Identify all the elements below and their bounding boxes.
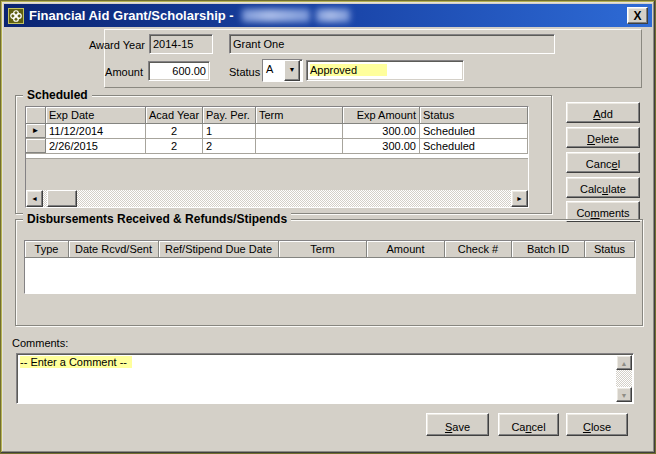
- comment-placeholder-highlight: -- Enter a Comment --: [20, 356, 132, 368]
- col-date-rcvd-sent: Date Rcvd/Sent: [69, 241, 159, 258]
- col-status: Status: [585, 241, 635, 258]
- cell-status[interactable]: Scheduled: [420, 124, 528, 138]
- label-part: D: [587, 133, 595, 145]
- disbursements-grid: Type Date Rcvd/Sent Ref/Stipend Due Date…: [24, 240, 636, 294]
- arrow-left-icon: ◄: [31, 195, 38, 202]
- scroll-up-button[interactable]: ▲: [616, 355, 632, 370]
- scheduled-grid-header: Exp Date Acad Year Pay. Per. Term Exp Am…: [26, 107, 528, 124]
- col-term: Term: [279, 241, 367, 258]
- cell-exp-date[interactable]: 2/26/2015: [46, 139, 146, 153]
- current-row-marker-icon: ►: [32, 126, 40, 135]
- comments-label: Comments:: [12, 337, 68, 349]
- label-part: Co: [576, 207, 590, 219]
- label-part: Ca: [511, 421, 525, 433]
- status-text-field[interactable]: Approved: [306, 60, 464, 81]
- scroll-left-button[interactable]: ◄: [26, 190, 43, 207]
- scheduled-grid: Exp Date Acad Year Pay. Per. Term Exp Am…: [25, 106, 529, 208]
- add-button[interactable]: Add: [566, 102, 640, 123]
- delete-button[interactable]: Delete: [566, 127, 640, 148]
- scrollbar-thumb[interactable]: [47, 190, 77, 207]
- scrollbar-track[interactable]: [616, 370, 632, 387]
- close-button[interactable]: X: [627, 7, 648, 24]
- status-text-highlight: Approved: [310, 64, 387, 76]
- col-amount: Amount: [367, 241, 445, 258]
- label-part: m: [590, 207, 599, 219]
- cell-term[interactable]: [256, 139, 343, 153]
- label-part: A: [593, 108, 600, 120]
- app-knot-icon: [8, 8, 24, 24]
- cancel-button[interactable]: Cancel: [498, 413, 559, 436]
- col-exp-amount: Exp Amount: [343, 107, 420, 124]
- cell-exp-amount[interactable]: 300.00: [343, 139, 420, 153]
- label-part: lose: [591, 421, 611, 433]
- col-term: Term: [256, 107, 343, 124]
- table-row[interactable]: 2/26/2015 2 2 300.00 Scheduled: [26, 139, 528, 154]
- close-dialog-button[interactable]: Close: [566, 413, 628, 436]
- financial-aid-dialog: Financial Aid Grant/Scholarship - X Awar…: [0, 0, 656, 454]
- window-title: Financial Aid Grant/Scholarship -: [29, 8, 234, 23]
- amount-field[interactable]: 600.00: [148, 61, 210, 81]
- arrow-down-icon: ▼: [621, 392, 628, 399]
- cell-acad-year[interactable]: 2: [146, 139, 203, 153]
- status-label: Status: [229, 66, 260, 78]
- row-selector-cell[interactable]: [26, 139, 46, 153]
- label-part: dd: [601, 108, 613, 120]
- redaction-blob: [316, 9, 350, 22]
- redacted-student-name: [242, 9, 350, 22]
- status-combo-value[interactable]: A: [263, 60, 284, 81]
- amount-label: Amount: [61, 66, 143, 78]
- cell-pay-per[interactable]: 1: [203, 124, 256, 138]
- col-acad-year: Acad Year: [146, 107, 203, 124]
- col-type: Type: [25, 241, 69, 258]
- scrollbar-track[interactable]: [43, 190, 511, 207]
- col-status: Status: [420, 107, 528, 124]
- calculate-button[interactable]: Calculate: [566, 177, 640, 198]
- grid-empty-area: [26, 159, 528, 190]
- cell-status[interactable]: Scheduled: [420, 139, 528, 153]
- comments-textarea[interactable]: -- Enter a Comment -- ▲ ▼: [16, 353, 634, 404]
- disbursements-group-title: Disbursements Received & Refunds/Stipend…: [23, 212, 291, 226]
- col-batch-id: Batch ID: [512, 241, 585, 258]
- label-part: l: [618, 158, 620, 170]
- cell-term[interactable]: [256, 124, 343, 138]
- table-row[interactable]: ► 11/12/2014 2 1 300.00 Scheduled: [26, 124, 528, 139]
- cell-exp-date[interactable]: 11/12/2014: [46, 124, 146, 138]
- label-part: cel: [532, 421, 546, 433]
- status-combo[interactable]: A ▼: [262, 59, 303, 82]
- label-part: ments: [600, 207, 630, 219]
- cancel-row-button[interactable]: Cancel: [566, 152, 640, 173]
- cell-acad-year[interactable]: 2: [146, 124, 203, 138]
- arrow-up-icon: ▲: [621, 360, 628, 367]
- title-bar: Financial Aid Grant/Scholarship - X: [4, 4, 652, 27]
- label-part: late: [608, 183, 626, 195]
- label-part: C: [583, 421, 591, 433]
- col-ref-stipend-due-date: Ref/Stipend Due Date: [159, 241, 279, 258]
- label-part: Calc: [580, 183, 602, 195]
- cell-pay-per[interactable]: 2: [203, 139, 256, 153]
- col-exp-date: Exp Date: [46, 107, 146, 124]
- award-year-field[interactable]: 2014-15: [149, 34, 213, 54]
- vertical-scrollbar[interactable]: ▲ ▼: [616, 355, 632, 402]
- row-selector-cell[interactable]: ►: [26, 124, 46, 138]
- scroll-down-button[interactable]: ▼: [616, 387, 632, 402]
- save-button[interactable]: Save: [426, 413, 489, 436]
- disbursements-empty-body: [25, 258, 635, 293]
- col-pay-per: Pay. Per.: [203, 107, 256, 124]
- award-year-label: Award Year: [61, 39, 145, 51]
- label-part: elete: [595, 133, 619, 145]
- scheduled-group-title: Scheduled: [23, 88, 92, 102]
- cell-exp-amount[interactable]: 300.00: [343, 124, 420, 138]
- redaction-blob: [242, 9, 310, 22]
- arrow-right-icon: ►: [516, 195, 523, 202]
- disbursements-grid-header: Type Date Rcvd/Sent Ref/Stipend Due Date…: [25, 241, 635, 258]
- grant-name-field[interactable]: Grant One: [229, 34, 555, 54]
- chevron-down-icon: ▼: [289, 66, 296, 73]
- col-check-number: Check #: [445, 241, 512, 258]
- scroll-right-button[interactable]: ►: [511, 190, 528, 207]
- horizontal-scrollbar[interactable]: ◄ ►: [26, 190, 528, 207]
- row-selector-header-cell: [26, 107, 46, 124]
- close-icon: X: [633, 9, 641, 23]
- status-combo-dropdown-button[interactable]: ▼: [284, 60, 300, 81]
- label-part: ave: [452, 421, 470, 433]
- label-part: Canc: [586, 158, 612, 170]
